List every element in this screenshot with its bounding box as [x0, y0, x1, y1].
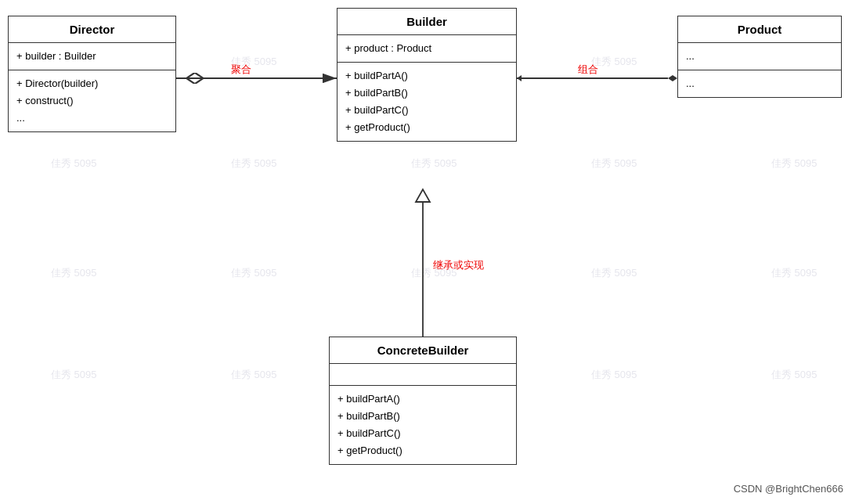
watermark: 佳秀 5095: [231, 368, 277, 382]
director-attributes: + builder : Builder: [9, 43, 175, 70]
concrete-builder-title: ConcreteBuilder: [330, 337, 516, 364]
director-method-constructor: + Director(builder): [16, 75, 168, 92]
csdn-label: CSDN @BrightChen666: [734, 483, 843, 495]
watermark: 佳秀 5095: [771, 157, 817, 171]
aggregation-label: 聚合: [231, 63, 251, 77]
builder-title: Builder: [337, 9, 516, 35]
builder-attr-product: + product : Product: [345, 40, 508, 57]
watermark: 佳秀 5095: [231, 157, 277, 171]
watermark: 佳秀 5095: [231, 266, 277, 280]
builder-method-b: + buildPartB(): [345, 85, 508, 102]
watermark: 佳秀 5095: [51, 266, 97, 280]
builder-method-c: + buildPartC(): [345, 102, 508, 119]
watermark: 佳秀 5095: [591, 368, 637, 382]
concrete-builder-methods: + buildPartA() + buildPartB() + buildPar…: [330, 386, 516, 464]
concrete-method-get: + getProduct(): [337, 442, 508, 459]
watermark: 佳秀 5095: [591, 266, 637, 280]
concrete-builder-class: ConcreteBuilder + buildPartA() + buildPa…: [329, 337, 517, 465]
product-methods: ...: [678, 70, 841, 97]
product-class: Product ... ...: [677, 16, 842, 98]
director-class: Director + builder : Builder + Director(…: [8, 16, 176, 132]
builder-methods: + buildPartA() + buildPartB() + buildPar…: [337, 63, 516, 141]
watermark: 佳秀 5095: [771, 368, 817, 382]
director-methods: + Director(builder) + construct() ...: [9, 70, 175, 131]
concrete-method-a: + buildPartA(): [337, 391, 508, 408]
product-title: Product: [678, 16, 841, 43]
inheritance-label: 继承或实现: [433, 258, 484, 272]
diagram-container: 佳秀 5095 佳秀 5095 佳秀 5095 佳秀 5095 佳秀 5095 …: [0, 0, 859, 504]
composition-diamond: [668, 75, 677, 81]
composition-label: 组合: [578, 63, 598, 77]
composition-arrow: [517, 75, 522, 81]
director-title: Director: [9, 16, 175, 43]
concrete-builder-empty: [330, 364, 516, 386]
watermark: 佳秀 5095: [411, 157, 457, 171]
watermark: 佳秀 5095: [591, 157, 637, 171]
builder-method-a: + buildPartA(): [345, 67, 508, 85]
watermark: 佳秀 5095: [771, 266, 817, 280]
watermark: 佳秀 5095: [51, 157, 97, 171]
product-attr-1: ...: [686, 48, 833, 65]
builder-method-get: + getProduct(): [345, 119, 508, 136]
builder-attributes: + product : Product: [337, 35, 516, 63]
director-method-construct: + construct(): [16, 92, 168, 110]
product-attributes: ...: [678, 43, 841, 70]
inheritance-arrow: [416, 189, 430, 202]
builder-class: Builder + product : Product + buildPartA…: [337, 8, 517, 142]
watermark: 佳秀 5095: [51, 368, 97, 382]
director-attr-builder: + builder : Builder: [16, 48, 168, 65]
product-method-1: ...: [686, 75, 833, 92]
concrete-method-b: + buildPartB(): [337, 408, 508, 425]
director-method-etc: ...: [16, 110, 168, 127]
concrete-method-c: + buildPartC(): [337, 425, 508, 442]
